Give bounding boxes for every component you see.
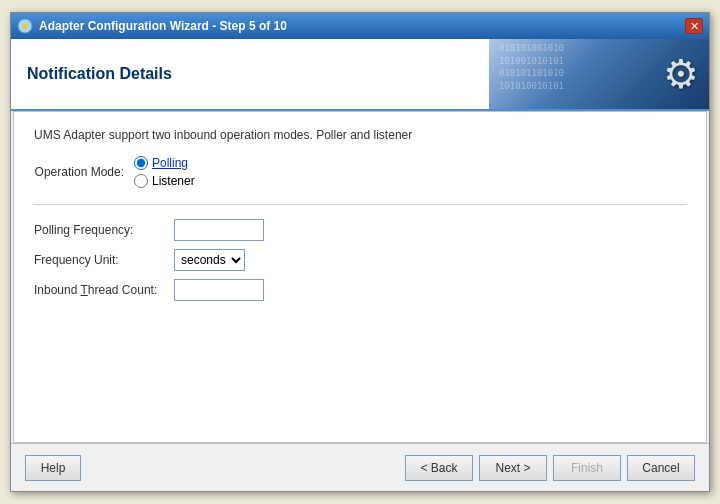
gear-icon: ⚙ (663, 51, 699, 97)
frequency-unit-select[interactable]: seconds minutes hours (174, 249, 245, 271)
footer-right: < Back Next > Finish Cancel (405, 455, 695, 481)
next-button[interactable]: Next > (479, 455, 547, 481)
close-button[interactable]: ✕ (685, 18, 703, 34)
polling-radio[interactable] (134, 156, 148, 170)
polling-frequency-label: Polling Frequency: (34, 223, 174, 237)
operation-mode-section: Operation Mode: Polling Listener (34, 156, 686, 188)
title-bar: Adapter Configuration Wizard - Step 5 of… (11, 13, 709, 39)
polling-frequency-input[interactable]: 6 (174, 219, 264, 241)
polling-frequency-row: Polling Frequency: 6 (34, 219, 686, 241)
operation-mode-row: Operation Mode: Polling Listener (34, 156, 686, 188)
header-title-area: Notification Details (11, 55, 489, 93)
listener-label: Listener (152, 174, 195, 188)
radio-group: Polling Listener (134, 156, 195, 188)
listener-radio[interactable] (134, 174, 148, 188)
listener-radio-item[interactable]: Listener (134, 174, 195, 188)
finish-button[interactable]: Finish (553, 455, 621, 481)
title-bar-left: Adapter Configuration Wizard - Step 5 of… (17, 18, 287, 34)
content-area: UMS Adapter support two inbound operatio… (13, 111, 707, 443)
footer: Help < Back Next > Finish Cancel (11, 443, 709, 491)
inbound-thread-count-label: Inbound Thread Count: (34, 283, 174, 297)
wizard-window: Adapter Configuration Wizard - Step 5 of… (10, 12, 710, 492)
operation-mode-label: Operation Mode: (34, 165, 134, 179)
binary-overlay: 010101001010 101001010101 010101101010 1… (499, 42, 564, 92)
header-graphic: 010101001010 101001010101 010101101010 1… (489, 39, 709, 110)
inbound-thread-count-row: Inbound Thread Count: 1 (34, 279, 686, 301)
wizard-icon (17, 18, 33, 34)
cancel-button[interactable]: Cancel (627, 455, 695, 481)
frequency-unit-row: Frequency Unit: seconds minutes hours (34, 249, 686, 271)
polling-radio-item[interactable]: Polling (134, 156, 195, 170)
polling-label: Polling (152, 156, 188, 170)
inbound-thread-count-input[interactable]: 1 (174, 279, 264, 301)
underline-t: T (81, 283, 88, 297)
page-title: Notification Details (27, 65, 473, 83)
footer-left: Help (25, 455, 81, 481)
header-banner: Notification Details 010101001010 101001… (11, 39, 709, 111)
info-text: UMS Adapter support two inbound operatio… (34, 128, 686, 142)
help-button[interactable]: Help (25, 455, 81, 481)
form-fields: Polling Frequency: 6 Frequency Unit: sec… (34, 219, 686, 301)
frequency-unit-label: Frequency Unit: (34, 253, 174, 267)
window-title: Adapter Configuration Wizard - Step 5 of… (39, 19, 287, 33)
back-button[interactable]: < Back (405, 455, 473, 481)
divider (34, 204, 686, 205)
